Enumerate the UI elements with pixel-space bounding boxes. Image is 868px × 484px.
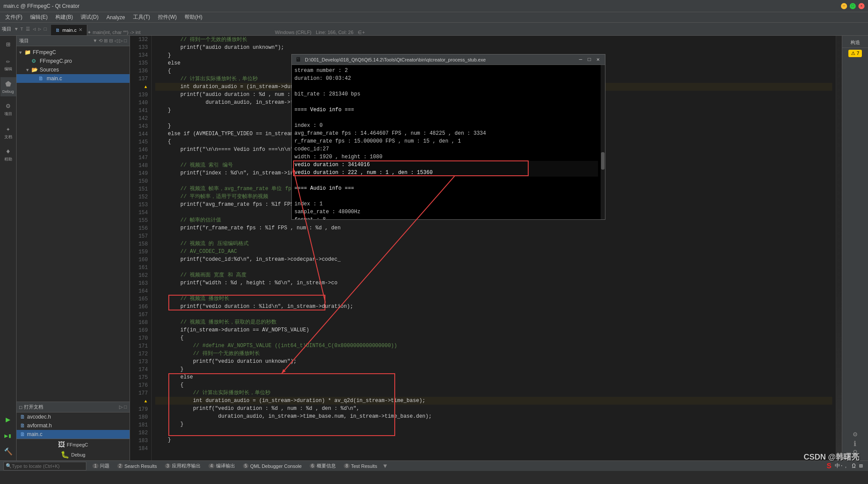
line-num-154: 154 [132,209,148,217]
bottom-tab-compile[interactable]: 4 编译输出 [205,462,239,470]
toolbar-forward-icon[interactable]: ▷ [38,26,41,32]
console-line-1: duration: 00:03:42 [294,75,598,82]
menu-analyze[interactable]: Analyze [103,14,129,21]
debug-bottom-label: 🐛 Debug [61,450,85,459]
sidebar-item-run2[interactable]: ▶▮ [0,429,16,442]
settings-icon-right[interactable]: ⚙ [853,430,858,439]
sidebar-item-project[interactable]: ⚙ 项目 [0,99,16,119]
help-icon: ♦ [6,148,10,156]
bottom-tab-search[interactable]: 2 Search Results [114,462,161,470]
close-button[interactable]: ✕ [858,3,865,9]
line-num-147: 147 [132,154,148,162]
search-input[interactable] [12,464,82,469]
line-num-161: 161 [132,264,148,272]
sidebar-item-hammer[interactable]: 🔨 [0,445,16,459]
menu-file[interactable]: 文件(F) [2,13,26,22]
code-line-160: printf("codec_id:%d\n", in_stream->codec… [155,256,832,263]
console-content-area[interactable]: stream number : 2duration: 00:03:42 bit_… [292,65,601,219]
bottom-tab-appout[interactable]: 3 应用程序输出 [161,462,205,470]
code-line-133: printf("audio duration unknown"); [155,44,832,51]
bottom-tab-problems[interactable]: 1 问题 [89,462,113,470]
open-doc-main[interactable]: 🗎 main.c [17,430,130,439]
line-num-184: 184 [132,445,148,453]
panel-close2-btn[interactable]: ▷ [119,38,123,44]
toolbar-t-icon[interactable]: T [21,27,24,32]
line-numbers: 132133134135136137▲139140141142143144145… [130,36,152,460]
panel-expand-btn[interactable]: ⊞ [104,38,108,44]
code-line-173: printf("vedio duration unknown"); [155,358,832,365]
line-num-157: 157 [132,232,148,240]
menu-help[interactable]: 帮助(H) [181,13,206,22]
appout-label: 应用程序输出 [172,463,201,469]
panel-header: 项目 ▼ ⟲ ⊞ ⊟ ◁ ▷ □ [17,36,130,46]
line-num-173: 173 [132,358,148,366]
code-line-158: // 视频流 的 压缩编码格式 [155,240,832,248]
console-body: stream number : 2duration: 00:03:42 bit_… [292,65,605,219]
bottom-tab-test[interactable]: 8 Test Results [340,462,380,470]
project-label: 项目 [4,111,12,117]
sidebar-item-run[interactable]: ▶ [0,412,16,427]
bottom-tab-qml[interactable]: 5 QML Debugger Console [239,462,305,470]
build-panel-label: 构造 [842,37,868,48]
panel-detach-btn[interactable]: □ [124,38,127,44]
sidebar-item-debug[interactable]: ⬟ Debug [0,77,16,96]
console-scrollbar[interactable] [601,65,605,219]
console-line-0: stream number : 2 [294,67,598,75]
line-num-170: 170 [132,334,148,342]
panel-filter-btn[interactable]: ▼ [92,38,97,44]
minimize-button[interactable]: ─ [841,3,847,9]
minimap[interactable] [836,36,842,460]
tree-mainc[interactable]: 🗎 main.c [17,74,130,83]
menu-control[interactable]: 控件(W) [154,13,180,22]
bottom-tab-summary[interactable]: 6 概要信息 [306,462,340,470]
search-bar[interactable]: 🔍 [3,462,86,470]
toolbar-stop-icon[interactable]: □ [44,27,47,32]
mainc-label: main.c [47,75,62,82]
info-icon-right[interactable]: ℹ [854,440,856,448]
sidebar-item-edit[interactable]: ✏ 编辑 [0,54,16,75]
debug-label: Debug [2,89,14,94]
test-label: Test Results [351,464,377,469]
line-num-182: 182 [132,429,148,437]
console-minimize-btn[interactable]: ─ [577,56,584,63]
panel-close-btn[interactable]: ◁ [114,38,118,44]
line-num-152: 152 [132,193,148,201]
open-docs-header[interactable]: □ 打开文档 ▷ □ [17,402,130,412]
sidebar-item-grid[interactable]: ⊞ [0,37,16,51]
code-line-161 [155,263,832,271]
panel-collapse-btn[interactable]: ⊟ [109,38,113,44]
grid-icon: ⊞ [6,40,10,49]
toolbar-list-icon[interactable]: ☰ [26,26,30,32]
console-maximize-btn[interactable]: □ [586,56,593,63]
tab-label: main.c [62,27,76,33]
line-num-158: 158 [132,240,148,248]
tree-sources[interactable]: ▼ 📂 Sources [17,65,130,74]
menu-build[interactable]: 构建(B) [52,13,76,22]
console-close-btn[interactable]: ✕ [595,56,601,63]
menu-debug[interactable]: 调试(D) [77,13,102,22]
test-num: 8 [344,464,350,468]
csdn-logo-icon: S [827,462,831,470]
toolbar-filter-icon[interactable]: ▼ [15,27,18,32]
panel-sync-btn[interactable]: ⟲ [99,38,103,44]
open-doc-avformat[interactable]: 🗎 avformat.h [17,421,130,430]
menu-bar: 文件(F) 编辑(E) 构建(B) 调试(D) Analyze 工具(T) 控件… [0,12,868,23]
line-num-180: 180 [132,413,148,421]
tree-pro-file[interactable]: ⚙ FFmpegC.pro [17,57,130,65]
maximize-button[interactable]: □ [850,3,856,9]
line-num-150: 150 [132,177,148,185]
tree-root[interactable]: ▼ 📁 FFmpegC [17,48,130,57]
editor-tab-main[interactable]: 🗎 main.c ✕ [51,25,87,35]
docs-icon: ✦ [6,125,10,133]
edit-label: 编辑 [4,66,12,72]
bottom-tab-expand-icon[interactable]: ▼ [383,463,387,470]
sidebar-item-docs[interactable]: ✦ 文档 [0,122,16,143]
menu-tools[interactable]: 工具(T) [130,13,154,22]
bottom-tabs-bar: 🔍 1 问题 2 Search Results 3 应用程序输出 4 编译输出 … [0,460,868,471]
sidebar-item-help[interactable]: ♦ 程助 [0,145,16,165]
toolbar-back-icon[interactable]: ◁ [33,26,36,32]
menu-edit[interactable]: 编辑(E) [27,13,51,22]
open-doc-avcodec[interactable]: 🗎 avcodec.h [17,412,130,421]
line-num-145: 145 [132,138,148,146]
console-line-3: bit_rate : 281340 bps [294,90,598,98]
